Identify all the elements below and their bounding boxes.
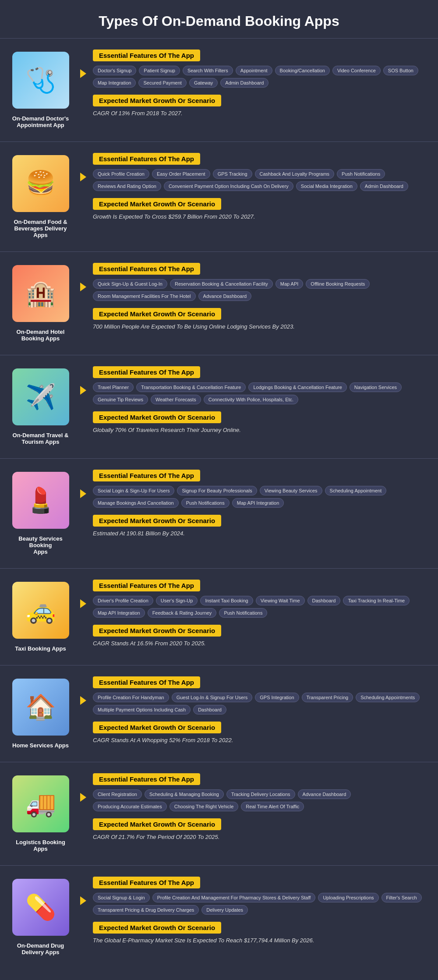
- arrow-home: [80, 696, 86, 705]
- right-panel-hotel: Essential Features Of The App Quick Sign…: [86, 261, 434, 332]
- tag: Travel Planner: [93, 382, 134, 392]
- right-panel-home: Essential Features Of The App Profile Cr…: [86, 674, 434, 746]
- illus-icon-hotel: 🏨: [25, 281, 56, 306]
- tag: Social Signup & Login: [93, 893, 150, 902]
- tag: Quick Sign-Up & Guest Log-In: [93, 279, 167, 289]
- right-panel-beauty: Essential Features Of The App Social Log…: [86, 467, 434, 539]
- tag: Filter's Search: [381, 893, 422, 902]
- tag: Admin Dashboard: [220, 78, 268, 88]
- tag: Lodgings Booking & Cancellation Feature: [248, 382, 346, 392]
- app-label-home: Home Services Apps: [12, 742, 69, 749]
- section-food: 🍔 On-Demand Food &Beverages Delivery App…: [0, 142, 438, 251]
- tag: Profile Creation And Management For Phar…: [152, 893, 316, 902]
- tags-container-beauty: Social Login & Sign-Up For UsersSignup F…: [93, 486, 427, 508]
- section-hotel: 🏨 On-Demand HotelBooking Apps Essential …: [0, 251, 438, 355]
- illustration-travel: ✈️: [12, 368, 69, 425]
- illus-icon-logistics: 🚚: [25, 792, 56, 816]
- left-panel-doctor: 🩺 On-Demand Doctor'sAppointment App: [4, 47, 77, 133]
- features-title-taxi: Essential Features Of The App: [93, 580, 200, 591]
- tag: Reviews And Rating Option: [93, 181, 161, 191]
- arrow-logistics: [80, 793, 86, 802]
- features-title-logistics: Essential Features Of The App: [93, 773, 200, 785]
- illustration-taxi: 🚕: [12, 582, 69, 639]
- market-title-beauty: Expected Market Growth Or Scenario: [93, 515, 221, 527]
- tag: Cashback And Loyalty Programs: [255, 169, 335, 179]
- app-label-doctor: On-Demand Doctor'sAppointment App: [12, 115, 69, 128]
- left-panel-hotel: 🏨 On-Demand HotelBooking Apps: [4, 261, 77, 346]
- tag: Manage Bookings And Cancellation: [93, 498, 179, 508]
- tags-container-logistics: Client RegistrationScheduling & Managing…: [93, 789, 427, 811]
- arrow-food: [80, 173, 86, 181]
- tag: Multiple Payment Options Including Cash: [93, 705, 191, 715]
- app-label-beauty: Beauty Services BookingApps: [9, 535, 72, 555]
- tag: Advance Dashboard: [198, 291, 252, 301]
- tags-container-drug: Social Signup & LoginProfile Creation An…: [93, 893, 427, 915]
- tag: Connectivity With Police, Hospitals, Etc…: [204, 395, 298, 404]
- right-panel-logistics: Essential Features Of The App Client Reg…: [86, 771, 434, 842]
- tag: Push Notifications: [181, 498, 230, 508]
- tag: Offline Booking Requests: [306, 279, 370, 289]
- tag: Patient Signup: [139, 66, 180, 75]
- page-title: Types Of On-Demand Booking Apps: [0, 0, 438, 38]
- tag: Transparent Pricing: [302, 693, 353, 702]
- sections-container: 🩺 On-Demand Doctor'sAppointment App Esse…: [0, 38, 438, 969]
- left-panel-logistics: 🚚 Logistics Booking Apps: [4, 771, 77, 856]
- right-panel-travel: Essential Features Of The App Travel Pla…: [86, 364, 434, 435]
- market-title-doctor: Expected Market Growth Or Scenario: [93, 95, 221, 106]
- illustration-logistics: 🚚: [12, 775, 69, 832]
- tag: Push Notifications: [337, 169, 385, 179]
- tags-container-taxi: Driver's Profile CreationUser's Sign-UpI…: [93, 596, 427, 618]
- tag: Booking/Cancellation: [275, 66, 330, 75]
- tags-container-doctor: Doctor's SignupPatient SignupSearch With…: [93, 66, 427, 88]
- tag: Genuine Tip Reviews: [93, 395, 148, 404]
- tags-container-food: Quick Profile CreationEasy Order Placeme…: [93, 169, 427, 191]
- right-panel-drug: Essential Features Of The App Social Sig…: [86, 874, 434, 946]
- tag: Delivery Updates: [201, 905, 248, 915]
- features-title-hotel: Essential Features Of The App: [93, 263, 200, 275]
- app-label-hotel: On-Demand HotelBooking Apps: [17, 329, 65, 342]
- tag: Producing Accurate Estimates: [93, 802, 167, 811]
- market-title-logistics: Expected Market Growth Or Scenario: [93, 818, 221, 830]
- market-title-taxi: Expected Market Growth Or Scenario: [93, 625, 221, 637]
- features-title-doctor: Essential Features Of The App: [93, 50, 200, 61]
- tag: Convenient Payment Option Including Cash…: [164, 181, 293, 191]
- tags-container-hotel: Quick Sign-Up & Guest Log-InReservation …: [93, 279, 427, 301]
- left-panel-home: 🏠 Home Services Apps: [4, 674, 77, 753]
- market-text-beauty: Estimated At 190.81 Billion By 2024.: [93, 530, 427, 537]
- section-beauty: 💄 Beauty Services BookingApps Essential …: [0, 458, 438, 568]
- tag: Map API: [276, 279, 304, 289]
- section-taxi: 🚕 Taxi Booking Apps Essential Features O…: [0, 568, 438, 665]
- tag: Navigation Services: [350, 382, 402, 392]
- section-drug: 💊 On-Demand DrugDelivery Apps Essential …: [0, 865, 438, 969]
- tag: Map API Integration: [93, 608, 145, 618]
- features-title-travel: Essential Features Of The App: [93, 366, 200, 378]
- tag: SOS Button: [383, 66, 418, 75]
- features-title-beauty: Essential Features Of The App: [93, 470, 200, 481]
- left-panel-taxi: 🚕 Taxi Booking Apps: [4, 577, 77, 656]
- tag: User's Sign-Up: [156, 596, 198, 605]
- tag: Feedback & Rating Journey: [148, 608, 217, 618]
- tag: Signup For Beauty Professionals: [177, 486, 257, 495]
- tag: Admin Dashboard: [360, 181, 408, 191]
- tag: Profile Creation For Handyman: [93, 693, 169, 702]
- illustration-hotel: 🏨: [12, 265, 69, 322]
- illustration-home: 🏠: [12, 679, 69, 736]
- app-label-food: On-Demand Food &Beverages Delivery Apps: [9, 219, 72, 238]
- tag: Search With Filters: [183, 66, 233, 75]
- tag: Transportation Booking & Cancellation Fe…: [136, 382, 246, 392]
- tag: Choosing The Right Vehicle: [170, 802, 239, 811]
- arrow-beauty: [80, 489, 86, 498]
- app-label-taxi: Taxi Booking Apps: [15, 645, 66, 652]
- left-panel-drug: 💊 On-Demand DrugDelivery Apps: [4, 874, 77, 960]
- tag: Map API Integration: [232, 498, 284, 508]
- tag: Driver's Profile Creation: [93, 596, 153, 605]
- market-text-taxi: CAGR Stands At 16.5% From 2020 To 2025.: [93, 640, 427, 647]
- features-title-food: Essential Features Of The App: [93, 153, 200, 165]
- tag: Instant Taxi Booking: [200, 596, 253, 605]
- features-title-home: Essential Features Of The App: [93, 676, 200, 688]
- arrow-taxi: [80, 599, 86, 608]
- market-title-hotel: Expected Market Growth Or Scenario: [93, 308, 221, 320]
- tag: Taxi Tracking In Real-Time: [343, 596, 410, 605]
- tag: Advance Dashboard: [298, 789, 351, 799]
- illus-icon-doctor: 🩺: [25, 68, 56, 92]
